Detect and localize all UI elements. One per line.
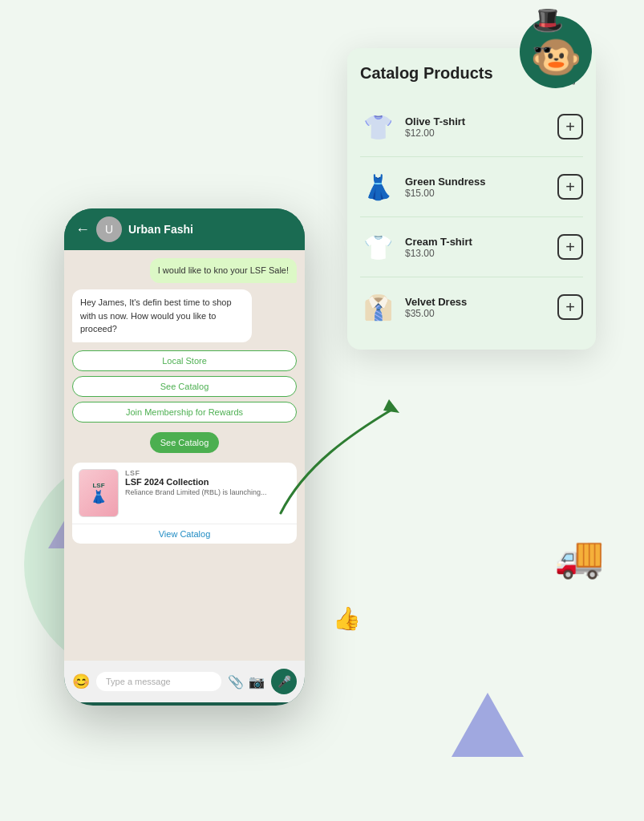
product-item-2: 👗 Green Sundress $15.00 +: [360, 157, 583, 217]
add-product-2-button[interactable]: +: [557, 174, 583, 200]
delivery-truck-icon: 🚚: [554, 534, 604, 580]
catalog-title: LSF 2024 Collection: [125, 477, 290, 487]
selected-option-badge[interactable]: See Catalog: [150, 432, 220, 453]
product-thumb-1: 👕: [360, 105, 395, 148]
catalog-panel-title: Catalog Products: [360, 64, 493, 83]
monkey-mascot: 🎩 🐵 🕶️: [520, 16, 600, 96]
catalog-card-inner: LSF 👗 LSF LSF 2024 Collection Reliance B…: [72, 463, 297, 524]
monkey-circle: 🎩 🐵 🕶️: [520, 16, 592, 88]
velvet-dress-icon: 👔: [363, 293, 393, 322]
message-input[interactable]: Type a message: [96, 672, 221, 691]
product-thumb-4: 👔: [360, 285, 395, 329]
camera-icon[interactable]: 📷: [249, 674, 265, 690]
phone-header: ← U Urban Fashi: [64, 208, 305, 250]
option-see-catalog[interactable]: See Catalog: [72, 376, 297, 397]
phone-mockup: ← U Urban Fashi I would like to kno your…: [64, 208, 321, 706]
product-info-1: Olive T-shirt $12.00: [405, 115, 548, 139]
catalog-info: LSF LSF 2024 Collection Reliance Brand L…: [125, 469, 290, 517]
monkey-glasses-icon: 🕶️: [533, 40, 553, 59]
bot-message: Hey James, It's defin best time to shop …: [72, 289, 252, 342]
cream-tshirt-icon: 👕: [363, 233, 393, 261]
input-icons: 📎 📷: [228, 674, 265, 690]
catalog-brand: LSF: [125, 469, 290, 477]
product-name-3: Cream T-shirt: [405, 236, 548, 248]
option-local-store[interactable]: Local Store: [72, 350, 297, 371]
chat-options: Local Store See Catalog Join Membership …: [72, 350, 297, 423]
product-price-2: $15.00: [405, 188, 548, 199]
mic-button[interactable]: 🎤: [271, 669, 297, 694]
lsf-logo-icon: 👗: [91, 489, 107, 504]
product-item-1: 👕 Olive T-shirt $12.00 +: [360, 97, 583, 157]
bg-triangle-bottom: [452, 693, 524, 757]
catalog-card: LSF 👗 LSF LSF 2024 Collection Reliance B…: [72, 463, 297, 544]
view-catalog-link[interactable]: View Catalog: [72, 524, 297, 544]
svg-marker-0: [383, 399, 399, 413]
product-price-4: $35.00: [405, 308, 548, 319]
attachment-icon[interactable]: 📎: [228, 674, 244, 690]
option-join-membership[interactable]: Join Membership for Rewards: [72, 402, 297, 423]
product-thumb-3: 👕: [360, 225, 395, 269]
back-arrow-icon[interactable]: ←: [75, 221, 90, 238]
catalog-description: Reliance Brand Limited (RBL) is launchin…: [125, 488, 290, 496]
product-name-4: Velvet Dress: [405, 296, 548, 308]
phone-screen: ← U Urban Fashi I would like to kno your…: [64, 208, 305, 706]
product-price-3: $13.00: [405, 248, 548, 259]
phone-input-bar: 😊 Type a message 📎 📷 🎤: [64, 661, 305, 702]
product-price-1: $12.00: [405, 127, 548, 139]
emoji-icon[interactable]: 😊: [72, 673, 90, 690]
add-product-3-button[interactable]: +: [557, 234, 583, 260]
product-info-4: Velvet Dress $35.00: [405, 296, 548, 319]
user-message: I would like to kno your LSF Sale!: [150, 258, 297, 283]
product-info-2: Green Sundress $15.00: [405, 176, 548, 199]
chat-body: I would like to kno your LSF Sale! Hey J…: [64, 250, 305, 661]
monkey-hat-icon: 🎩: [532, 5, 564, 35]
product-item-4: 👔 Velvet Dress $35.00 +: [360, 277, 583, 337]
product-name-1: Olive T-shirt: [405, 115, 548, 127]
lsf-thumb: LSF 👗: [79, 469, 119, 517]
product-info-3: Cream T-shirt $13.00: [405, 236, 548, 259]
contact-name: Urban Fashi: [128, 223, 193, 236]
product-name-2: Green Sundress: [405, 176, 548, 188]
olive-tshirt-icon: 👕: [363, 113, 393, 141]
green-dress-icon: 👗: [363, 173, 393, 201]
add-product-1-button[interactable]: +: [557, 114, 583, 140]
lsf-logo-text: LSF: [92, 482, 104, 489]
thumbs-up-icon: 👍: [333, 605, 361, 632]
product-thumb-2: 👗: [360, 165, 395, 208]
product-item-3: 👕 Cream T-shirt $13.00 +: [360, 217, 583, 277]
add-product-4-button[interactable]: +: [557, 294, 583, 320]
contact-avatar: U: [96, 216, 122, 242]
